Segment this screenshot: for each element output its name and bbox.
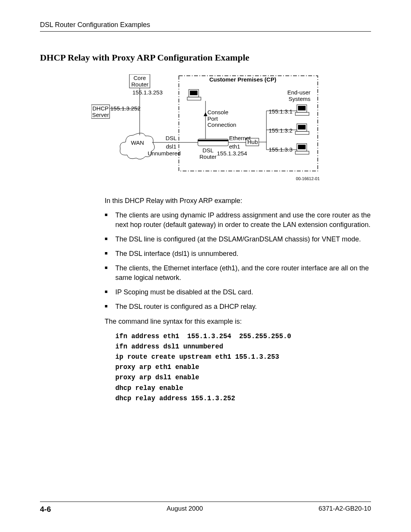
svg-rect-17	[187, 97, 201, 100]
eth1-label: eth1	[229, 144, 240, 150]
dsl-router-label: DSL Router	[199, 147, 217, 160]
svg-rect-22	[295, 112, 309, 115]
enduser-label: End-user Systems	[287, 89, 311, 102]
dsl-label: DSL	[166, 135, 177, 142]
svg-rect-24	[298, 125, 306, 129]
console-label: Console Port Connection	[207, 109, 236, 128]
dsl1-label: dsl1	[166, 144, 177, 150]
pc-ip-2: 155.1.3.2	[269, 128, 293, 134]
page-footer: 4-6 August 2000 6371-A2-GB20-10	[40, 502, 371, 514]
list-item: IP Scoping must be disabled at the DSL c…	[105, 288, 371, 297]
footer-date: August 2000	[167, 505, 203, 514]
bullet-list: The clients are using dynamic IP address…	[105, 211, 371, 311]
unnumbered-label: Unnumbered	[148, 150, 181, 157]
svg-rect-28	[295, 151, 309, 154]
pc-ip-1: 155.1.3.1	[269, 109, 293, 115]
header-rule	[40, 31, 371, 32]
svg-marker-19	[204, 112, 207, 116]
wan-label: WAN	[131, 140, 144, 146]
page-number: 4-6	[40, 505, 51, 514]
hub-label: Hub	[247, 139, 258, 145]
list-item: The DSL interface (dsl1) is unnumbered.	[105, 249, 371, 258]
dhcp-server-label: DHCP Server	[92, 105, 109, 118]
core-router-ip: 155.1.3.253	[132, 89, 162, 96]
list-item: The clients, the Ethernet interface (eth…	[105, 264, 371, 282]
core-router-label: Core Router	[131, 75, 148, 88]
section-title: DHCP Relay with Proxy ARP Configuration …	[40, 53, 371, 63]
list-item: The clients are using dynamic IP address…	[105, 211, 371, 229]
footer-doc-id: 6371-A2-GB20-10	[319, 505, 371, 514]
dhcp-server-ip: 155.1.3.252	[110, 105, 140, 112]
cmd-intro: The command line syntax for this example…	[105, 317, 371, 326]
cp-title: Customer Premises (CP)	[209, 77, 276, 83]
svg-rect-25	[295, 131, 309, 134]
command-block: ifn address eth1 155.1.3.254 255.255.255…	[115, 331, 371, 404]
diagram-id: 00-16612-01	[296, 176, 320, 181]
running-header: DSL Router Configuration Examples	[40, 21, 371, 29]
svg-rect-16	[190, 91, 198, 95]
pc-ip-3: 155.1.3.3	[269, 147, 293, 153]
body-text: In this DHCP Relay with Proxy ARP exampl…	[105, 196, 371, 404]
svg-rect-27	[298, 145, 306, 149]
diagram-container: Core Router 155.1.3.253 DHCP Server 155.…	[40, 74, 371, 181]
network-diagram: Core Router 155.1.3.253 DHCP Server 155.…	[91, 74, 320, 181]
intro-line: In this DHCP Relay with Proxy ARP exampl…	[105, 196, 371, 205]
list-item: The DSL router is configured as a DHCP r…	[105, 302, 371, 311]
eth-ip-label: 155.1.3.254	[217, 150, 247, 157]
svg-rect-8	[198, 140, 228, 141]
svg-rect-21	[298, 106, 306, 110]
list-item: The DSL line is configured (at the DSLAM…	[105, 235, 371, 244]
